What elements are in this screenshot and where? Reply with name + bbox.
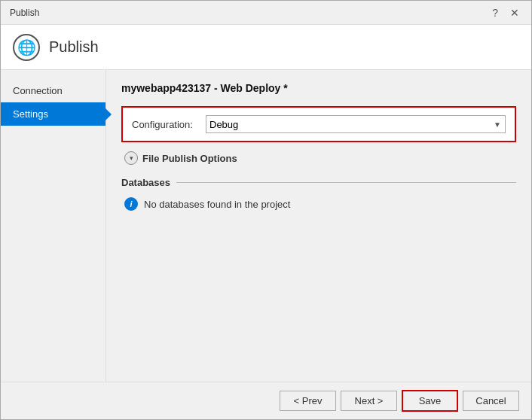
title-bar-buttons: ? ✕: [489, 8, 522, 18]
databases-label: Databases: [121, 177, 170, 188]
title-bar-left: Publish: [10, 8, 39, 18]
file-publish-row: ▾ File Publish Options: [121, 151, 516, 165]
sidebar-item-connection[interactable]: Connection: [1, 79, 105, 102]
section-title: mywebapp423137 - Web Deploy *: [121, 82, 516, 94]
info-row: i No databases found in the project: [121, 197, 516, 211]
databases-divider: [176, 182, 516, 183]
databases-section: Databases i No databases found in the pr…: [121, 177, 516, 211]
title-bar: Publish ? ✕: [1, 1, 531, 25]
file-publish-label: File Publish Options: [142, 153, 237, 164]
sidebar-item-connection-label: Connection: [13, 85, 63, 96]
close-button[interactable]: ✕: [507, 8, 522, 18]
configuration-box: Configuration: Debug Release ▼: [121, 106, 516, 142]
publish-dialog: Publish ? ✕ 🌐 Publish Connection Setting…: [0, 0, 532, 420]
title-bar-title: Publish: [10, 8, 39, 18]
no-databases-text: No databases found in the project: [144, 199, 290, 210]
dialog-body: Connection Settings mywebapp423137 - Web…: [1, 70, 531, 382]
prev-button[interactable]: < Prev: [280, 391, 336, 411]
configuration-row: Configuration: Debug Release ▼: [132, 115, 506, 133]
sidebar-item-settings[interactable]: Settings: [1, 102, 105, 126]
configuration-select-wrapper: Debug Release ▼: [206, 115, 506, 133]
dialog-header: 🌐 Publish: [1, 25, 531, 70]
dialog-title: Publish: [49, 38, 99, 56]
globe-icon: 🌐: [13, 34, 40, 61]
configuration-label: Configuration:: [132, 119, 200, 130]
info-icon: i: [124, 197, 138, 211]
save-button[interactable]: Save: [402, 390, 458, 412]
sidebar-item-settings-label: Settings: [13, 108, 48, 120]
chevron-down-icon[interactable]: ▾: [124, 151, 138, 165]
next-button[interactable]: Next >: [341, 391, 397, 411]
help-button[interactable]: ?: [489, 8, 501, 18]
databases-header: Databases: [121, 177, 516, 188]
cancel-button[interactable]: Cancel: [463, 391, 519, 411]
main-content: mywebapp423137 - Web Deploy * Configurat…: [106, 70, 531, 382]
configuration-select[interactable]: Debug Release: [206, 115, 506, 133]
sidebar: Connection Settings: [1, 70, 106, 382]
dialog-footer: < Prev Next > Save Cancel: [1, 382, 531, 419]
